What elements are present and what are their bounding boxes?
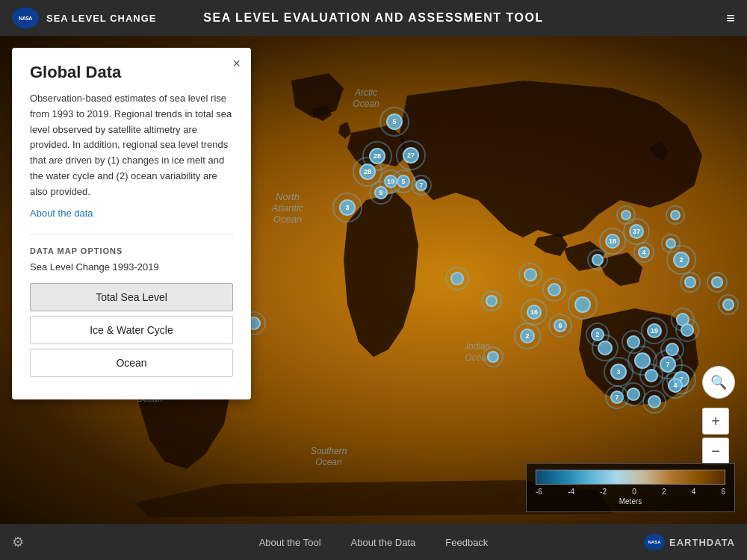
data-point[interactable]: 28 xyxy=(369,148,385,164)
earthdata-label: EARTHDATA xyxy=(669,537,735,548)
data-point[interactable]: 27 xyxy=(403,147,419,164)
legend-ticks: -6-4-20246 xyxy=(536,488,725,496)
footer-link-about-the-tool[interactable]: About the Tool xyxy=(259,537,321,548)
map-options: Total Sea LevelIce & Water CycleOcean xyxy=(30,283,233,377)
info-panel: × Global Data Observation-based estimate… xyxy=(12,48,251,399)
zoom-in-button[interactable]: + xyxy=(702,408,729,435)
legend-tick: 2 xyxy=(662,488,666,496)
earthdata-logo: NASA xyxy=(644,534,665,550)
data-point[interactable] xyxy=(486,295,498,307)
data-point[interactable] xyxy=(598,340,613,355)
map-legend: -6-4-20246 Meters xyxy=(526,463,735,512)
data-point[interactable] xyxy=(666,343,679,356)
map-option-ocean[interactable]: Ocean xyxy=(30,349,233,377)
header-left: NASA SEA LEVEL CHANGE xyxy=(12,7,156,28)
data-point[interactable]: 5 xyxy=(386,113,403,130)
legend-color-bar xyxy=(536,470,725,485)
svg-text:North: North xyxy=(276,191,300,202)
data-point[interactable]: 28 xyxy=(359,164,376,180)
svg-text:Ocean: Ocean xyxy=(315,457,342,467)
header: NASA SEA LEVEL CHANGE SEA LEVEL EVALUATI… xyxy=(0,0,747,36)
zoom-out-button[interactable]: − xyxy=(702,438,729,464)
data-point[interactable]: 7 xyxy=(660,356,676,373)
data-point[interactable] xyxy=(666,238,676,249)
svg-text:Ocean: Ocean xyxy=(353,99,379,109)
data-point[interactable]: 2 xyxy=(591,328,604,341)
data-map-sublabel: Sea Level Change 1993-2019 xyxy=(30,261,233,273)
data-point[interactable] xyxy=(450,272,464,285)
data-point[interactable] xyxy=(592,254,604,266)
legend-tick: 4 xyxy=(692,488,696,496)
search-button[interactable]: 🔍 xyxy=(702,366,735,399)
data-point[interactable]: 9 xyxy=(374,186,388,199)
legend-tick: 6 xyxy=(721,488,725,496)
data-point[interactable]: 37 xyxy=(629,224,644,239)
settings-icon[interactable]: ⚙ xyxy=(12,534,24,550)
page-title: SEA LEVEL EVALUATION AND ASSESSMENT TOOL xyxy=(203,11,543,25)
data-point[interactable]: 18 xyxy=(605,234,620,249)
data-point[interactable] xyxy=(574,296,591,313)
data-point[interactable] xyxy=(621,210,631,220)
nasa-logo: NASA xyxy=(12,7,39,28)
panel-description: Observation-based estimates of sea level… xyxy=(30,91,233,200)
data-point[interactable]: 3 xyxy=(610,364,627,380)
data-point[interactable] xyxy=(634,352,651,369)
data-point[interactable] xyxy=(711,276,723,288)
legend-unit-label: Meters xyxy=(536,497,725,505)
footer: ⚙ About the ToolAbout the DataFeedback N… xyxy=(0,524,747,560)
footer-right: NASA EARTHDATA xyxy=(644,534,735,550)
footer-link-feedback[interactable]: Feedback xyxy=(445,537,488,548)
site-name: SEA LEVEL CHANGE xyxy=(46,13,156,24)
legend-tick: -6 xyxy=(536,488,542,496)
legend-tick: -2 xyxy=(600,488,607,496)
data-map-options-label: DATA MAP OPTIONS xyxy=(30,246,233,255)
data-point[interactable] xyxy=(627,335,640,349)
data-point[interactable]: 19 xyxy=(384,175,397,188)
data-point[interactable] xyxy=(627,388,640,401)
data-point[interactable] xyxy=(548,283,561,296)
data-point[interactable] xyxy=(684,276,696,288)
legend-tick: 0 xyxy=(632,488,636,496)
panel-title: Global Data xyxy=(30,63,233,82)
data-point[interactable] xyxy=(648,395,661,408)
data-point[interactable] xyxy=(670,210,681,220)
map-option-total-sea-level[interactable]: Total Sea Level xyxy=(30,283,233,311)
map-area[interactable]: North Atlantic Ocean South Atlantic Ocea… xyxy=(0,36,747,524)
data-point[interactable]: 5 xyxy=(397,175,410,188)
data-point[interactable] xyxy=(645,369,658,382)
svg-text:Southern: Southern xyxy=(311,446,347,456)
data-point[interactable]: 2 xyxy=(673,252,689,268)
map-controls: 🔍 + − xyxy=(702,366,735,464)
svg-text:Atlantic: Atlantic xyxy=(271,202,304,214)
data-point[interactable]: 4 xyxy=(638,246,650,258)
data-point[interactable]: 7 xyxy=(415,179,427,191)
data-point[interactable]: 16 xyxy=(527,305,542,320)
data-point[interactable]: 7 xyxy=(610,391,624,404)
menu-icon[interactable]: ≡ xyxy=(726,10,735,27)
svg-text:Ocean: Ocean xyxy=(273,214,302,225)
svg-text:Arctic: Arctic xyxy=(354,87,377,98)
footer-links: About the ToolAbout the DataFeedback xyxy=(259,537,489,548)
data-point[interactable] xyxy=(524,268,537,281)
data-point[interactable]: 4 xyxy=(668,378,683,393)
data-point[interactable]: 2 xyxy=(520,329,535,343)
about-data-link[interactable]: About the data xyxy=(30,208,233,219)
data-point[interactable] xyxy=(722,299,734,311)
map-option-ice-and-water-cycle[interactable]: Ice & Water Cycle xyxy=(30,316,233,344)
footer-link-about-the-data[interactable]: About the Data xyxy=(351,537,416,548)
data-point[interactable]: 3 xyxy=(339,199,356,216)
data-point[interactable] xyxy=(681,323,694,337)
data-point[interactable] xyxy=(487,351,499,363)
legend-tick: -4 xyxy=(568,488,574,496)
data-point[interactable]: 6 xyxy=(554,319,567,332)
panel-divider xyxy=(30,234,233,234)
svg-text:Indian: Indian xyxy=(466,341,491,352)
data-point[interactable]: 19 xyxy=(647,323,662,338)
panel-close-button[interactable]: × xyxy=(232,57,241,70)
